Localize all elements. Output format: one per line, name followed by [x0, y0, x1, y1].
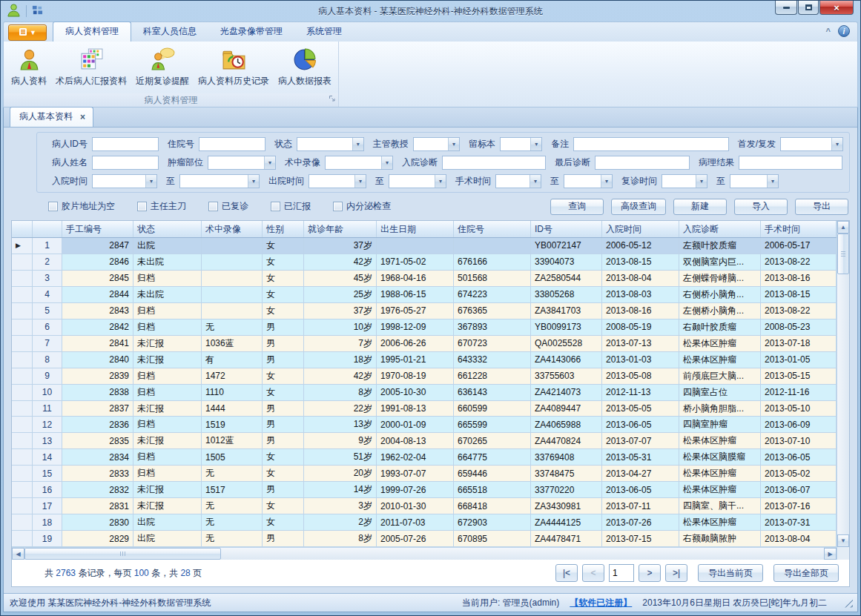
filter-combo-discharge-date-from[interactable]: ▾ [309, 174, 366, 188]
table-row[interactable]: 192829出院无男8岁2005-07-26670895ZA4478471201… [12, 531, 837, 547]
checkbox-film-address-empty[interactable]: 胶片地址为空 [48, 200, 115, 213]
dialog-launcher-icon[interactable] [329, 94, 336, 105]
filter-combo-revisit-date-to[interactable]: ▾ [730, 174, 779, 188]
combo-dropdown-button[interactable]: ▾ [601, 175, 612, 188]
ribbon-tab-patient-data-management[interactable]: 病人资料管理 [53, 21, 131, 42]
app-menu-button[interactable]: ▼ [8, 24, 47, 41]
combo-dropdown-button[interactable]: ▾ [354, 175, 366, 188]
filter-combo-surgery-date-from[interactable]: ▾ [495, 174, 541, 188]
filter-input-final-diagnosis[interactable] [595, 156, 690, 170]
checkbox-chief-surgeon[interactable]: 主任主刀 [137, 200, 186, 213]
combo-dropdown-button[interactable]: ▾ [145, 175, 156, 188]
new-button[interactable]: 新建 [673, 199, 727, 215]
scroll-left-icon[interactable]: ◀ [12, 548, 24, 560]
help-icon[interactable]: i [838, 25, 850, 37]
table-row[interactable]: 42844未出院女25岁1988-06-15674223338052682013… [12, 287, 837, 303]
last-page-button[interactable]: >| [665, 564, 687, 582]
grid-column-header[interactable]: 手工编号 [62, 221, 133, 237]
first-page-button[interactable]: |< [555, 564, 578, 582]
grid-column-header[interactable]: 性别 [263, 221, 304, 237]
ribbon-tab-department-staff-info[interactable]: 科室人员信息 [131, 22, 208, 42]
ribbon-tab-system-management[interactable]: 系统管理 [294, 22, 354, 42]
table-row[interactable]: 152833归档无女20岁1993-07-0765944633748475201… [12, 466, 837, 482]
table-row[interactable]: ▶12847出院女37岁YB00721472006-05-12左额叶胶质瘤200… [12, 238, 837, 254]
combo-dropdown-button[interactable]: ▾ [264, 156, 275, 169]
grid-column-header[interactable]: 住院号 [454, 221, 531, 237]
tab-patient-basic-info[interactable]: 病人基本资料 × [10, 107, 93, 127]
combo-dropdown-button[interactable]: ▾ [767, 175, 778, 188]
filter-input-patient-id[interactable] [92, 137, 159, 151]
filter-combo-admission-date-from[interactable]: ▾ [92, 174, 157, 188]
filter-input-pathology-result[interactable] [739, 156, 842, 170]
filter-combo-admission-date-to[interactable]: ▾ [179, 174, 260, 188]
grid-column-header[interactable]: 出生日期 [377, 221, 454, 237]
prev-page-button[interactable]: < [582, 564, 604, 582]
filter-input-remark[interactable] [573, 137, 728, 151]
table-row[interactable]: 52843归档女37岁1976-05-27676365ZA38417032013… [12, 303, 837, 319]
filter-combo-discharge-date-to[interactable]: ▾ [389, 174, 446, 188]
table-row[interactable]: 132835未汇报1012蓝男9岁2004-08-13670265ZA44708… [12, 433, 837, 449]
tab-close-icon[interactable]: × [80, 113, 85, 122]
filter-combo-professor[interactable]: ▾ [413, 137, 460, 151]
combo-dropdown-button[interactable]: ▾ [831, 138, 842, 150]
grid-column-header[interactable]: 入院诊断 [679, 221, 761, 237]
resize-grip[interactable] [843, 598, 853, 608]
export-button[interactable]: 导出 [795, 199, 848, 215]
advanced-query-button[interactable]: 高级查询 [611, 199, 666, 215]
page-number-input[interactable] [609, 564, 634, 582]
table-row[interactable]: 162832未汇报1517男14岁1999-07-266655183377022… [12, 482, 837, 498]
filter-input-patient-name[interactable] [92, 156, 159, 170]
grid-column-header[interactable]: 手术时间 [761, 221, 837, 237]
export-all-pages-button[interactable]: 导出全部页 [773, 564, 839, 582]
scroll-right-icon[interactable]: ▶ [824, 548, 837, 560]
filter-combo-tumor-site[interactable]: ▾ [208, 156, 276, 170]
table-row[interactable]: 22846未出院女42岁1971-05-02676166339040732013… [12, 254, 837, 271]
table-row[interactable]: 172831未汇报无女3岁2010-01-30668418ZA343098120… [12, 498, 837, 514]
license-status-link[interactable]: 【软件已注册】 [570, 597, 632, 609]
table-row[interactable]: 102838归档1110女8岁2005-10-30636143ZA4214073… [12, 385, 837, 401]
filter-combo-surgery-video[interactable]: ▾ [325, 156, 393, 170]
table-row[interactable]: 62842归档无男10岁1998-12-09367893YB0099173200… [12, 319, 837, 336]
grid-column-header[interactable]: 就诊年龄 [304, 221, 377, 237]
grid-column-header[interactable]: 术中录像 [202, 221, 263, 237]
ribbon-button-patient-report[interactable]: 病人数据报表 [274, 44, 336, 89]
ribbon-button-revisit-reminder[interactable]: 近期复诊提醒 [131, 44, 194, 89]
query-button[interactable]: 查询 [550, 199, 604, 215]
combo-dropdown-button[interactable]: ▾ [248, 175, 259, 188]
collapse-ribbon-icon[interactable]: ^ [826, 27, 831, 36]
table-row[interactable]: 122836归档1519男13岁2000-01-09665599ZA406598… [12, 417, 837, 433]
table-row[interactable]: 72841未汇报1036蓝男7岁2006-06-26670723QA002552… [12, 336, 837, 352]
filter-combo-status[interactable]: ▾ [297, 137, 364, 151]
combo-dropdown-button[interactable]: ▾ [435, 175, 446, 188]
ribbon-button-postop-report-data[interactable]: 术后病人汇报资料 [51, 44, 131, 89]
scroll-down-icon[interactable]: ▼ [837, 534, 849, 547]
ribbon-button-patient-history[interactable]: 病人资料历史记录 [194, 44, 274, 89]
checkbox-endocrine-exam[interactable]: 内分泌检查 [333, 200, 391, 213]
combo-dropdown-button[interactable]: ▾ [448, 138, 459, 150]
table-row[interactable]: 142834归档1505女51岁1962-02-0466477533769408… [12, 449, 837, 466]
checkbox-reported[interactable]: 已汇报 [271, 200, 311, 213]
table-row[interactable]: 92839归档1472女42岁1970-08-19661228337556032… [12, 368, 837, 385]
horizontal-scroll-track[interactable] [221, 548, 824, 560]
filter-input-admission-diagnosis[interactable] [442, 156, 546, 170]
vertical-scroll-track[interactable] [837, 274, 849, 534]
ribbon-button-patient-data[interactable]: 病人资料 [7, 44, 51, 89]
ribbon-tab-disc-video-management[interactable]: 光盘录像带管理 [208, 22, 294, 42]
filter-combo-specimen[interactable]: ▾ [500, 137, 542, 151]
filter-combo-first-or-recurrence[interactable]: ▾ [780, 137, 843, 151]
scroll-up-icon[interactable]: ▲ [837, 221, 849, 234]
combo-dropdown-button[interactable]: ▾ [352, 138, 363, 150]
filter-combo-surgery-date-to[interactable]: ▾ [564, 174, 613, 188]
vertical-scroll-thumb[interactable] [837, 234, 849, 274]
grid-column-header[interactable]: 入院时间 [602, 221, 679, 237]
combo-dropdown-button[interactable]: ▾ [381, 156, 392, 169]
grid-column-header[interactable]: 状态 [133, 221, 202, 237]
import-button[interactable]: 导入 [734, 199, 788, 215]
checkbox-revisited[interactable]: 已复诊 [208, 200, 248, 213]
table-row[interactable]: 32845归档女45岁1968-04-16501568ZA25805442013… [12, 271, 837, 287]
combo-dropdown-button[interactable]: ▾ [696, 175, 707, 188]
filter-input-inpatient-no[interactable] [199, 137, 265, 151]
horizontal-scroll-thumb[interactable] [24, 548, 221, 560]
export-current-page-button[interactable]: 导出当前页 [698, 564, 763, 582]
table-row[interactable]: 182830出院无女2岁2011-07-03672903ZA4444125201… [12, 514, 837, 531]
